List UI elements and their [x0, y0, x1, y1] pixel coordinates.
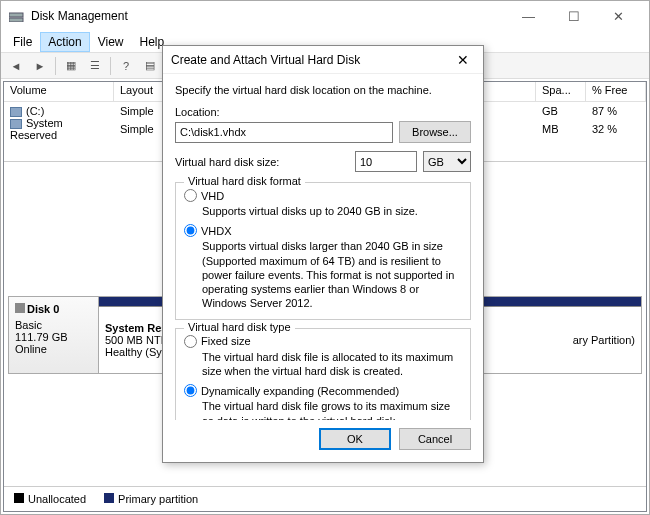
dialog-intro: Specify the virtual hard disk location o… — [175, 84, 471, 96]
type-group: Virtual hard disk type Fixed size The vi… — [175, 328, 471, 420]
forward-icon[interactable]: ► — [29, 56, 51, 76]
maximize-button[interactable]: ☐ — [551, 2, 596, 30]
size-input[interactable] — [355, 151, 417, 172]
col-space[interactable]: Spa... — [536, 82, 586, 101]
app-icon — [9, 10, 25, 22]
disk-size: 111.79 GB — [15, 331, 92, 343]
svg-rect-1 — [9, 18, 23, 22]
menu-file[interactable]: File — [5, 32, 40, 52]
window-title: Disk Management — [31, 9, 506, 23]
fixed-label: Fixed size — [201, 335, 251, 347]
fixed-radio[interactable] — [184, 335, 197, 348]
col-volume[interactable]: Volume — [4, 82, 114, 101]
volume-free: 87 % — [586, 104, 646, 118]
legend: Unallocated Primary partition — [4, 486, 646, 511]
cancel-button[interactable]: Cancel — [399, 428, 471, 450]
radio-vhd[interactable]: VHD — [184, 189, 462, 202]
disk-status: Online — [15, 343, 92, 355]
close-button[interactable]: ✕ — [596, 2, 641, 30]
radio-vhdx[interactable]: VHDX — [184, 224, 462, 237]
type-title: Virtual hard disk type — [184, 321, 295, 333]
vhdx-desc: Supports virtual disks larger than 2040 … — [202, 239, 462, 310]
properties-icon[interactable]: ☰ — [84, 56, 106, 76]
disk-management-window: Disk Management — ☐ ✕ File Action View H… — [0, 0, 650, 515]
format-title: Virtual hard disk format — [184, 175, 305, 187]
separator — [110, 57, 111, 75]
separator — [55, 57, 56, 75]
volume-free: 32 % — [586, 122, 646, 136]
legend-unallocated: Unallocated — [28, 493, 86, 505]
location-label: Location: — [175, 106, 471, 118]
disk-type: Basic — [15, 319, 92, 331]
dialog-title: Create and Attach Virtual Hard Disk — [171, 53, 360, 67]
menu-action[interactable]: Action — [40, 32, 89, 52]
dialog-body: Specify the virtual hard disk location o… — [163, 74, 483, 420]
vhd-label: VHD — [201, 190, 224, 202]
col-free[interactable]: % Free — [586, 82, 646, 101]
refresh-icon[interactable]: ▦ — [60, 56, 82, 76]
help-icon[interactable]: ? — [115, 56, 137, 76]
swatch-unallocated — [14, 493, 24, 503]
minimize-button[interactable]: — — [506, 2, 551, 30]
ok-button[interactable]: OK — [319, 428, 391, 450]
dynamic-label: Dynamically expanding (Recommended) — [201, 385, 399, 397]
view-icon[interactable]: ▤ — [139, 56, 161, 76]
location-input[interactable] — [175, 122, 393, 143]
create-vhd-dialog: Create and Attach Virtual Hard Disk ✕ Sp… — [162, 45, 484, 463]
dynamic-desc: The virtual hard disk file grows to its … — [202, 399, 462, 420]
vhdx-label: VHDX — [201, 225, 232, 237]
format-group: Virtual hard disk format VHD Supports vi… — [175, 182, 471, 320]
vhd-desc: Supports virtual disks up to 2040 GB in … — [202, 204, 462, 218]
dialog-close-icon[interactable]: ✕ — [451, 52, 475, 68]
unit-select[interactable]: GB — [423, 151, 471, 172]
legend-primary: Primary partition — [118, 493, 198, 505]
disk-title: Disk 0 — [15, 303, 92, 315]
vhd-radio[interactable] — [184, 189, 197, 202]
size-label: Virtual hard disk size: — [175, 156, 349, 168]
vhdx-radio[interactable] — [184, 224, 197, 237]
svg-rect-0 — [9, 13, 23, 17]
menu-view[interactable]: View — [90, 32, 132, 52]
disk-info: Disk 0 Basic 111.79 GB Online — [9, 297, 99, 373]
browse-button[interactable]: Browse... — [399, 121, 471, 143]
dialog-buttons: OK Cancel — [163, 420, 483, 462]
back-icon[interactable]: ◄ — [5, 56, 27, 76]
titlebar[interactable]: Disk Management — ☐ ✕ — [1, 1, 649, 31]
dialog-titlebar[interactable]: Create and Attach Virtual Hard Disk ✕ — [163, 46, 483, 74]
radio-dynamic[interactable]: Dynamically expanding (Recommended) — [184, 384, 462, 397]
volume-space: MB — [536, 122, 586, 136]
radio-fixed[interactable]: Fixed size — [184, 335, 462, 348]
dynamic-radio[interactable] — [184, 384, 197, 397]
swatch-primary — [104, 493, 114, 503]
volume-space: GB — [536, 104, 586, 118]
fixed-desc: The virtual hard disk file is allocated … — [202, 350, 462, 379]
drive-icon — [10, 119, 22, 129]
